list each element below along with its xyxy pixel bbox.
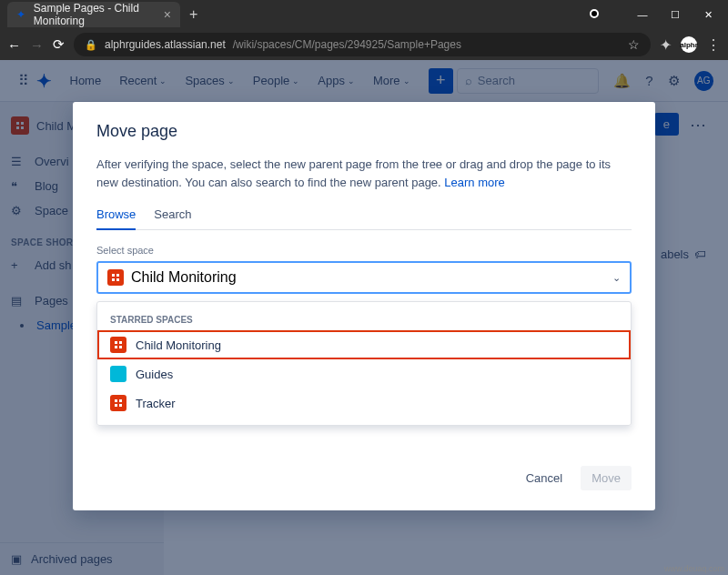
browser-tab-strip: ✦ Sample Pages - Child Monitoring × + — … (0, 0, 728, 29)
browser-tab[interactable]: ✦ Sample Pages - Child Monitoring × (7, 2, 180, 27)
tab-search[interactable]: Search (154, 207, 191, 229)
move-button[interactable]: Move (581, 466, 632, 490)
bookmark-icon[interactable]: ☆ (628, 37, 640, 52)
learn-more-link[interactable]: Learn more (444, 176, 504, 189)
lock-icon: 🔒 (85, 39, 97, 51)
space-icon (107, 269, 124, 286)
dropdown-item-label: Tracker (136, 397, 176, 410)
dropdown-item-guides[interactable]: Guides (97, 359, 631, 388)
confluence-favicon: ✦ (16, 8, 26, 21)
maximize-button[interactable]: ☐ (670, 9, 681, 21)
recording-indicator-icon (590, 9, 599, 18)
space-icon (110, 395, 126, 411)
space-dropdown: STARRED SPACES Child Monitoring Guides T… (96, 301, 632, 426)
tab-title: Sample Pages - Child Monitoring (34, 2, 157, 27)
cancel-button[interactable]: Cancel (515, 466, 573, 490)
back-button[interactable]: ← (7, 37, 21, 53)
dropdown-item-label: Child Monitoring (136, 338, 221, 352)
dropdown-item-tracker[interactable]: Tracker (97, 388, 631, 418)
space-icon (110, 337, 126, 353)
chevron-down-icon: ⌄ (612, 272, 621, 284)
minimize-button[interactable]: — (637, 9, 648, 21)
select-space-label: Select space (96, 245, 632, 256)
browser-toolbar: ← → ⟳ 🔒 alphrguides.atlassian.net/wiki/s… (0, 29, 728, 60)
forward-button: → (30, 37, 44, 53)
dropdown-heading: STARRED SPACES (97, 309, 631, 330)
space-select[interactable]: Child Monitoring ⌄ (96, 261, 632, 294)
modal-tabs: Browse Search (96, 207, 632, 230)
space-icon (110, 366, 126, 382)
modal-description: After verifying the space, select the ne… (96, 156, 632, 191)
tab-browse[interactable]: Browse (96, 207, 136, 230)
modal-title: Move page (96, 122, 632, 141)
address-bar[interactable]: 🔒 alphrguides.atlassian.net/wiki/spaces/… (74, 33, 651, 56)
dropdown-item-child-monitoring[interactable]: Child Monitoring (97, 330, 631, 359)
selected-space-value: Child Monitoring (131, 269, 237, 286)
move-page-modal: Move page After verifying the space, sel… (73, 102, 655, 510)
close-tab-icon[interactable]: × (164, 7, 171, 22)
reload-button[interactable]: ⟳ (53, 36, 65, 53)
url-path: /wiki/spaces/CM/pages/294925/Sample+Page… (233, 38, 461, 51)
modal-footer: Cancel Move (96, 466, 632, 490)
new-tab-button[interactable]: + (189, 6, 197, 23)
browser-menu-icon[interactable]: ⋮ (706, 36, 721, 54)
watermark: www.deuaq.com (664, 564, 724, 573)
url-host: alphrguides.atlassian.net (105, 38, 226, 51)
window-controls: — ☐ ✕ (590, 9, 728, 21)
close-window-button[interactable]: ✕ (703, 9, 713, 21)
extensions-icon[interactable]: ✦ (660, 36, 672, 54)
dropdown-item-label: Guides (136, 368, 173, 381)
profile-avatar-icon[interactable]: alphr (681, 36, 697, 53)
